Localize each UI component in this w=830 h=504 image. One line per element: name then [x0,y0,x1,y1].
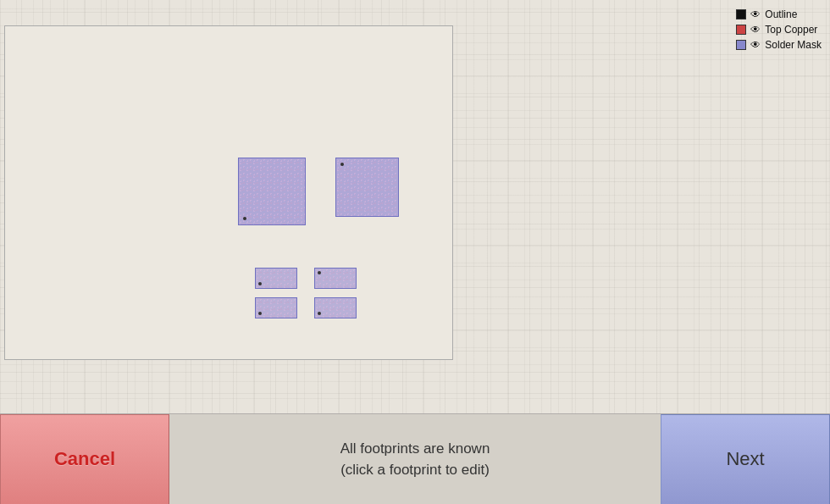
pcb-canvas: 👁 Outline 👁 Top Copper 👁 Solder Mask [0,0,830,415]
solder-mask-color-swatch [736,40,746,50]
legend-solder-mask-label: Solder Mask [765,39,822,51]
footprint-small-3[interactable] [255,297,297,318]
status-line1: All footprints are known [340,440,490,457]
legend-item-top-copper: 👁 Top Copper [736,24,822,36]
solder-mask-eye-icon: 👁 [750,39,761,51]
pcb-board [4,25,453,360]
outline-eye-icon: 👁 [750,8,761,20]
outline-color-swatch [736,9,746,19]
legend-item-outline: 👁 Outline [736,8,822,20]
top-copper-color-swatch [736,25,746,35]
cancel-button[interactable]: Cancel [0,414,169,505]
bottom-bar: Cancel All footprints are known (click a… [0,413,830,504]
status-message: All footprints are known (click a footpr… [169,438,661,481]
footprint-small-2[interactable] [314,268,357,289]
top-copper-eye-icon: 👁 [750,24,761,36]
legend: 👁 Outline 👁 Top Copper 👁 Solder Mask [736,8,822,51]
footprint-small-4[interactable] [314,297,357,318]
next-button[interactable]: Next [661,414,830,505]
legend-outline-label: Outline [765,8,797,20]
legend-top-copper-label: Top Copper [765,24,817,36]
footprint-large-right[interactable] [335,158,399,217]
footprint-large-left[interactable] [238,158,306,225]
legend-item-solder-mask: 👁 Solder Mask [736,39,822,51]
status-line2: (click a footprint to edit) [340,462,490,478]
footprint-small-1[interactable] [255,268,297,289]
